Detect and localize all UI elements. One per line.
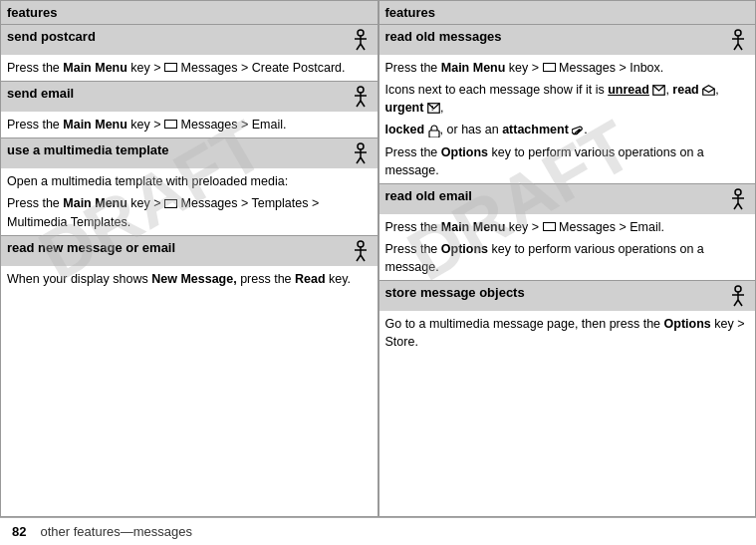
svg-line-38: [738, 300, 742, 306]
send-email-header: send email: [1, 82, 378, 112]
accessibility-icon-1: [350, 29, 372, 51]
multimedia-template-title: use a multimedia template: [7, 142, 169, 157]
svg-point-29: [735, 189, 741, 195]
read-old-email-options: Press the Options key to perform various…: [385, 240, 750, 276]
section-send-email: send email Press the Main Menu key > Mes…: [1, 82, 378, 138]
store-message-header: store message objects: [379, 281, 756, 311]
read-new-text: When your display shows New Message, pre…: [7, 270, 372, 288]
read-old-messages-steps: Press the Main Menu key > Messages > Inb…: [385, 59, 750, 77]
accessibility-icon-6: [727, 188, 749, 210]
multimedia-template-desc: Open a multimedia template with preloade…: [7, 172, 372, 190]
read-old-messages-header: read old messages: [379, 25, 756, 55]
read-old-messages-icons-desc: Icons next to each message show if it is…: [385, 81, 750, 117]
send-postcard-text: Press the Main Menu key > Messages > Cre…: [7, 59, 372, 77]
envelope-icon-2: [164, 120, 177, 129]
svg-point-34: [735, 286, 741, 292]
accessibility-icon-5: [727, 29, 749, 51]
store-message-title: store message objects: [385, 285, 525, 300]
read-old-email-steps: Press the Main Menu key > Messages > Ema…: [385, 218, 750, 236]
envelope-icon-1: [164, 63, 177, 72]
content-area: features send postcard: [0, 0, 756, 517]
accessibility-icon-4: [350, 240, 372, 262]
section-send-postcard: send postcard Press the Main Menu key > …: [1, 25, 378, 82]
send-postcard-header: send postcard: [1, 25, 378, 55]
svg-line-32: [734, 203, 738, 209]
attachment-icon: [572, 125, 584, 137]
section-read-old-email: read old email Press the Main Menu key >…: [379, 184, 756, 281]
read-old-messages-icons-desc2: locked , or has an attachment .: [385, 121, 750, 138]
envelope-icon-5: [543, 222, 556, 231]
read-old-messages-title: read old messages: [385, 29, 502, 44]
accessibility-icon-7: [727, 285, 749, 307]
left-column: features send postcard: [0, 0, 378, 517]
read-new-title: read new message or email: [7, 240, 175, 255]
accessibility-icon-2: [350, 86, 372, 108]
right-header-label: features: [385, 5, 436, 20]
section-read-new: read new message or email When your disp…: [1, 236, 378, 292]
page-number: 82: [12, 524, 26, 539]
svg-line-13: [357, 157, 361, 163]
section-read-old-messages: read old messages Press the Main Menu ke…: [379, 25, 756, 184]
svg-text:!: !: [431, 105, 433, 112]
envelope-icon-4: [543, 63, 556, 72]
svg-point-0: [358, 30, 364, 36]
envelope-icon-3: [164, 199, 177, 208]
right-column: features read old messages: [378, 0, 757, 517]
store-message-body: Go to a multimedia message page, then pr…: [379, 311, 756, 355]
page: DRAFT DRAFT features send postcard: [0, 0, 756, 545]
right-col-header: features: [379, 1, 756, 25]
svg-point-20: [735, 30, 741, 36]
lock-icon: [428, 125, 440, 137]
left-col-header: features: [1, 1, 378, 25]
left-header-label: features: [7, 5, 58, 20]
send-email-text: Press the Main Menu key > Messages > Ema…: [7, 116, 372, 134]
footer-text: other features—messages: [40, 524, 191, 539]
multimedia-template-header: use a multimedia template: [1, 138, 378, 168]
svg-line-37: [734, 300, 738, 306]
urgent-msg-icon: !: [427, 103, 440, 114]
svg-line-24: [738, 44, 742, 50]
svg-line-3: [357, 44, 361, 50]
svg-line-19: [361, 255, 365, 261]
section-multimedia-template: use a multimedia template Open a multime…: [1, 138, 378, 235]
send-postcard-title: send postcard: [7, 29, 96, 44]
unread-msg-icon: [652, 85, 665, 96]
svg-line-14: [361, 157, 365, 163]
send-email-title: send email: [7, 86, 74, 101]
read-new-body: When your display shows New Message, pre…: [1, 266, 378, 292]
store-message-text: Go to a multimedia message page, then pr…: [385, 315, 750, 351]
svg-rect-28: [429, 131, 439, 137]
read-old-email-title: read old email: [385, 188, 472, 203]
section-store-message: store message objects Go to a multimedia…: [379, 281, 756, 355]
svg-line-4: [361, 44, 365, 50]
svg-line-23: [734, 44, 738, 50]
read-old-email-header: read old email: [379, 184, 756, 214]
svg-line-8: [357, 101, 361, 107]
read-old-messages-options: Press the Options key to perform various…: [385, 143, 750, 179]
multimedia-template-body: Open a multimedia template with preloade…: [1, 168, 378, 234]
multimedia-template-steps: Press the Main Menu key > Messages > Tem…: [7, 194, 372, 230]
svg-line-18: [357, 255, 361, 261]
read-msg-icon: [702, 85, 715, 96]
send-email-body: Press the Main Menu key > Messages > Ema…: [1, 112, 378, 137]
send-postcard-body: Press the Main Menu key > Messages > Cre…: [1, 55, 378, 81]
read-old-messages-body: Press the Main Menu key > Messages > Inb…: [379, 55, 756, 183]
accessibility-icon-3: [350, 142, 372, 164]
read-new-header: read new message or email: [1, 236, 378, 266]
svg-point-5: [358, 87, 364, 93]
svg-line-33: [738, 203, 742, 209]
svg-line-9: [361, 101, 365, 107]
read-old-email-body: Press the Main Menu key > Messages > Ema…: [379, 214, 756, 280]
svg-point-15: [358, 241, 364, 247]
footer: 82 other features—messages: [0, 517, 756, 545]
svg-point-10: [358, 143, 364, 149]
